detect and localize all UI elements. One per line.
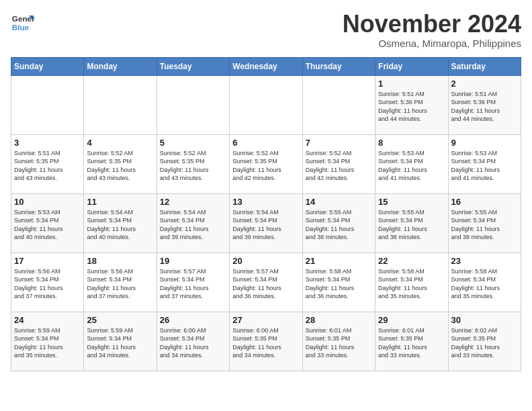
- calendar-body: 1Sunrise: 5:51 AM Sunset: 5:36 PM Daylig…: [11, 75, 521, 371]
- day-info: Sunrise: 5:52 AM Sunset: 5:35 PM Dayligh…: [160, 149, 226, 183]
- day-info: Sunrise: 5:54 AM Sunset: 5:34 PM Dayligh…: [87, 208, 153, 242]
- month-title: November 2024: [343, 11, 521, 38]
- table-row: 16Sunrise: 5:55 AM Sunset: 5:34 PM Dayli…: [448, 193, 521, 253]
- header-thursday: Thursday: [302, 57, 375, 75]
- day-info: Sunrise: 5:52 AM Sunset: 5:34 PM Dayligh…: [306, 149, 372, 183]
- day-info: Sunrise: 5:58 AM Sunset: 5:34 PM Dayligh…: [306, 267, 372, 301]
- table-row: 25Sunrise: 5:59 AM Sunset: 5:34 PM Dayli…: [84, 312, 157, 371]
- table-row: 2Sunrise: 5:51 AM Sunset: 5:36 PM Daylig…: [448, 75, 521, 134]
- day-number: 14: [306, 197, 372, 207]
- table-row: 3Sunrise: 5:51 AM Sunset: 5:35 PM Daylig…: [11, 134, 84, 193]
- svg-text:General: General: [12, 14, 35, 23]
- logo-icon: General Blue: [11, 11, 35, 35]
- day-info: Sunrise: 6:02 AM Sunset: 5:35 PM Dayligh…: [451, 326, 518, 360]
- day-info: Sunrise: 5:53 AM Sunset: 5:34 PM Dayligh…: [14, 208, 81, 242]
- table-row: 22Sunrise: 5:58 AM Sunset: 5:34 PM Dayli…: [375, 253, 448, 312]
- table-row: 17Sunrise: 5:56 AM Sunset: 5:34 PM Dayli…: [11, 253, 84, 312]
- day-number: 28: [306, 315, 372, 325]
- header-friday: Friday: [375, 57, 448, 75]
- table-row: 28Sunrise: 6:01 AM Sunset: 5:35 PM Dayli…: [302, 312, 375, 371]
- table-row: 5Sunrise: 5:52 AM Sunset: 5:35 PM Daylig…: [157, 134, 229, 193]
- day-number: 20: [232, 256, 299, 266]
- calendar-table: Sunday Monday Tuesday Wednesday Thursday…: [11, 57, 521, 371]
- day-info: Sunrise: 5:55 AM Sunset: 5:34 PM Dayligh…: [378, 208, 445, 242]
- day-number: 3: [14, 138, 81, 148]
- table-row: 18Sunrise: 5:56 AM Sunset: 5:34 PM Dayli…: [84, 253, 157, 312]
- table-row: 30Sunrise: 6:02 AM Sunset: 5:35 PM Dayli…: [448, 312, 521, 371]
- day-info: Sunrise: 5:51 AM Sunset: 5:36 PM Dayligh…: [378, 90, 445, 124]
- table-row: 29Sunrise: 6:01 AM Sunset: 5:35 PM Dayli…: [375, 312, 448, 371]
- day-info: Sunrise: 6:01 AM Sunset: 5:35 PM Dayligh…: [306, 326, 372, 360]
- header-saturday: Saturday: [448, 57, 521, 75]
- day-info: Sunrise: 5:59 AM Sunset: 5:34 PM Dayligh…: [14, 326, 81, 360]
- table-row: 10Sunrise: 5:53 AM Sunset: 5:34 PM Dayli…: [11, 193, 84, 253]
- table-row: 13Sunrise: 5:54 AM Sunset: 5:34 PM Dayli…: [230, 193, 302, 253]
- day-number: 21: [306, 256, 372, 266]
- day-number: 22: [378, 256, 445, 266]
- day-number: 16: [451, 197, 518, 207]
- table-row: 14Sunrise: 5:55 AM Sunset: 5:34 PM Dayli…: [302, 193, 375, 253]
- logo: General Blue: [11, 11, 35, 35]
- day-info: Sunrise: 6:00 AM Sunset: 5:35 PM Dayligh…: [232, 326, 299, 360]
- day-number: 24: [14, 315, 81, 325]
- day-info: Sunrise: 5:58 AM Sunset: 5:34 PM Dayligh…: [378, 267, 445, 301]
- day-info: Sunrise: 5:53 AM Sunset: 5:34 PM Dayligh…: [451, 149, 518, 183]
- table-row: 27Sunrise: 6:00 AM Sunset: 5:35 PM Dayli…: [230, 312, 302, 371]
- day-info: Sunrise: 5:51 AM Sunset: 5:36 PM Dayligh…: [451, 90, 518, 124]
- table-row: 12Sunrise: 5:54 AM Sunset: 5:34 PM Dayli…: [157, 193, 229, 253]
- location-subtitle: Osmena, Mimaropa, Philippines: [343, 38, 521, 49]
- table-row: 26Sunrise: 6:00 AM Sunset: 5:34 PM Dayli…: [157, 312, 229, 371]
- table-row: 6Sunrise: 5:52 AM Sunset: 5:35 PM Daylig…: [230, 134, 302, 193]
- title-block: November 2024 Osmena, Mimaropa, Philippi…: [343, 11, 521, 49]
- day-number: 6: [232, 138, 299, 148]
- day-info: Sunrise: 5:58 AM Sunset: 5:34 PM Dayligh…: [451, 267, 518, 301]
- day-number: 27: [232, 315, 299, 325]
- day-number: 18: [87, 256, 153, 266]
- table-row: 8Sunrise: 5:53 AM Sunset: 5:34 PM Daylig…: [375, 134, 448, 193]
- table-row: 11Sunrise: 5:54 AM Sunset: 5:34 PM Dayli…: [84, 193, 157, 253]
- day-number: 4: [87, 138, 153, 148]
- day-number: 10: [14, 197, 81, 207]
- table-row: 4Sunrise: 5:52 AM Sunset: 5:35 PM Daylig…: [84, 134, 157, 193]
- table-row: [230, 75, 302, 134]
- day-info: Sunrise: 6:00 AM Sunset: 5:34 PM Dayligh…: [160, 326, 226, 360]
- day-number: 8: [378, 138, 445, 148]
- table-row: 20Sunrise: 5:57 AM Sunset: 5:34 PM Dayli…: [230, 253, 302, 312]
- day-info: Sunrise: 5:53 AM Sunset: 5:34 PM Dayligh…: [378, 149, 445, 183]
- day-info: Sunrise: 5:55 AM Sunset: 5:34 PM Dayligh…: [451, 208, 518, 242]
- day-info: Sunrise: 5:54 AM Sunset: 5:34 PM Dayligh…: [160, 208, 226, 242]
- table-row: 24Sunrise: 5:59 AM Sunset: 5:34 PM Dayli…: [11, 312, 84, 371]
- table-row: [84, 75, 157, 134]
- table-row: 21Sunrise: 5:58 AM Sunset: 5:34 PM Dayli…: [302, 253, 375, 312]
- day-number: 11: [87, 197, 153, 207]
- day-number: 23: [451, 256, 518, 266]
- day-number: 13: [232, 197, 299, 207]
- day-info: Sunrise: 5:57 AM Sunset: 5:34 PM Dayligh…: [160, 267, 226, 301]
- day-info: Sunrise: 5:55 AM Sunset: 5:34 PM Dayligh…: [306, 208, 372, 242]
- day-info: Sunrise: 5:54 AM Sunset: 5:34 PM Dayligh…: [232, 208, 299, 242]
- table-row: 9Sunrise: 5:53 AM Sunset: 5:34 PM Daylig…: [448, 134, 521, 193]
- day-info: Sunrise: 5:52 AM Sunset: 5:35 PM Dayligh…: [232, 149, 299, 183]
- header-wednesday: Wednesday: [230, 57, 302, 75]
- day-number: 7: [306, 138, 372, 148]
- table-row: 1Sunrise: 5:51 AM Sunset: 5:36 PM Daylig…: [375, 75, 448, 134]
- day-number: 5: [160, 138, 226, 148]
- day-info: Sunrise: 5:52 AM Sunset: 5:35 PM Dayligh…: [87, 149, 153, 183]
- page-header: General Blue November 2024 Osmena, Mimar…: [11, 11, 521, 49]
- day-number: 19: [160, 256, 226, 266]
- header-tuesday: Tuesday: [157, 57, 229, 75]
- day-number: 12: [160, 197, 226, 207]
- table-row: 7Sunrise: 5:52 AM Sunset: 5:34 PM Daylig…: [302, 134, 375, 193]
- day-number: 30: [451, 315, 518, 325]
- header-sunday: Sunday: [11, 57, 84, 75]
- table-row: [11, 75, 84, 134]
- table-row: [302, 75, 375, 134]
- day-number: 1: [378, 79, 445, 89]
- header-monday: Monday: [84, 57, 157, 75]
- day-number: 9: [451, 138, 518, 148]
- day-number: 25: [87, 315, 153, 325]
- table-row: 19Sunrise: 5:57 AM Sunset: 5:34 PM Dayli…: [157, 253, 229, 312]
- day-info: Sunrise: 6:01 AM Sunset: 5:35 PM Dayligh…: [378, 326, 445, 360]
- day-number: 29: [378, 315, 445, 325]
- day-info: Sunrise: 5:59 AM Sunset: 5:34 PM Dayligh…: [87, 326, 153, 360]
